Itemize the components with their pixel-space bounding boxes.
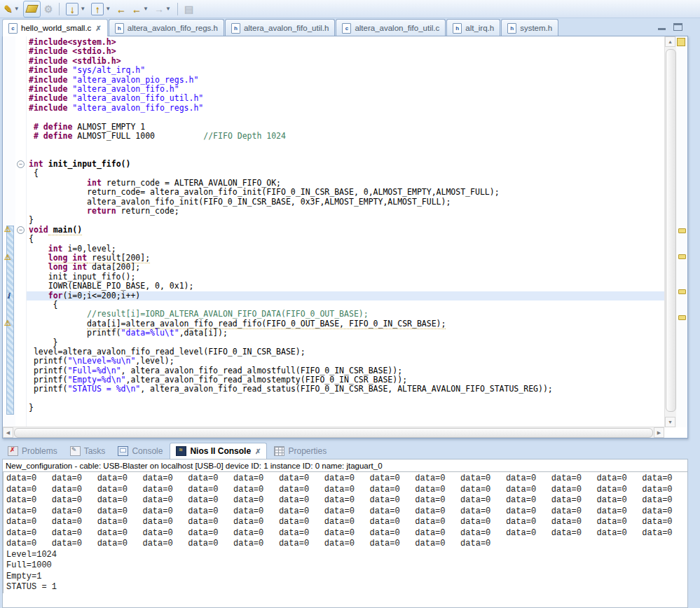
bottom-tab-nios-ii-console[interactable]: Nios II Console✗ [170, 443, 267, 459]
horizontal-scrollbar-thumb[interactable] [14, 428, 653, 438]
import-download-button-icon: ↓ [66, 3, 78, 15]
export-upload-button[interactable]: ↑▼ [89, 1, 113, 18]
warning-icon[interactable] [4, 319, 11, 327]
code-segment: } [29, 215, 34, 225]
code-segment: init_input_fifo() [43, 159, 131, 169]
code-segment: #include [29, 84, 67, 94]
editor-view-buttons [656, 22, 684, 32]
overview-warning-marker-icon[interactable] [678, 315, 686, 320]
bottom-tab-label: Problems [22, 446, 57, 456]
overview-warning-marker-icon[interactable] [678, 254, 686, 259]
editor-tab-altera-avalon-fifo-regs-h[interactable]: haltera_avalon_fifo_regs.h [109, 19, 224, 36]
dropdown-arrow-icon[interactable]: ▼ [165, 6, 171, 12]
bottom-tab-console[interactable]: Console [112, 443, 168, 459]
console-output[interactable]: data=0 data=0 data=0 data=0 data=0 data=… [3, 471, 687, 593]
code-segment: #include [29, 46, 67, 56]
dropdown-arrow-icon[interactable]: ▼ [105, 6, 111, 12]
settings-gear-button[interactable]: ⚙ [42, 1, 55, 18]
eclipse-nios-ide-window: { "toolbar": { "buttons": [ {"name":"edi… [0, 0, 700, 608]
code-segment: ,altera_avalon_fifo_read_almostempty(FIF… [125, 375, 407, 385]
code-segment: printf( [29, 366, 67, 375]
code-segment: #include [29, 37, 67, 47]
code-line: #include "altera_avalon_fifo.h" [27, 85, 664, 94]
code-line: #include "altera_avalon_pio_regs.h" [27, 76, 664, 85]
code-line: printf("\nLevel=%u\n",level); [27, 357, 664, 366]
editor-tab-label: altera_avalon_fifo_regs.h [128, 24, 218, 32]
code-segment: //FIFO Depth 1024 [203, 131, 286, 141]
close-tab-icon[interactable]: ✗ [255, 448, 261, 455]
code-segment: #include [29, 75, 67, 85]
import-download-button[interactable]: ↓▼ [64, 1, 88, 18]
code-segment [29, 319, 87, 329]
fold-collapse-icon[interactable] [17, 160, 25, 168]
code-line [27, 394, 664, 403]
console-icon [118, 446, 128, 456]
code-segment: "data=%lu\t" [121, 328, 179, 338]
code-segment: "altera_avalon_fifo_regs.h" [72, 103, 203, 113]
console-view[interactable]: New_configuration - cable: USB-Blaster o… [2, 459, 688, 608]
scroll-left-icon[interactable]: ◀ [3, 427, 13, 438]
code-segment: "altera_avalon_fifo_util.h" [72, 93, 203, 103]
dropdown-arrow-icon[interactable]: ▼ [80, 6, 85, 12]
highlighter-button[interactable] [23, 1, 41, 18]
scroll-down-icon[interactable]: ▼ [665, 417, 675, 427]
code-line: { [27, 169, 664, 178]
bottom-tab-tasks[interactable]: Tasks [64, 443, 111, 459]
editor-tab-altera-avalon-fifo-util-h[interactable]: haltera_avalon_fifo_util.h [225, 19, 335, 36]
open-console-button[interactable]: ▤ [182, 1, 195, 18]
code-segment: <stdio.h> [72, 46, 116, 56]
editor-tab-hello-world-small-c[interactable]: chello_world_small.c✗ [2, 19, 108, 36]
editor-tab-altera-avalon-fifo-util-c[interactable]: caltera_avalon_fifo_util.c [336, 19, 446, 36]
code-segment: "sys/alt_irq.h" [72, 65, 145, 75]
overview-warning-marker-icon[interactable] [678, 228, 686, 233]
folding-ruler[interactable] [15, 36, 27, 427]
bottom-tab-properties[interactable]: Properties [268, 443, 332, 459]
code-segment: , altera_avalon_fifo_read_almostfull(FIF… [121, 366, 403, 375]
close-tab-icon[interactable]: ✗ [95, 25, 101, 32]
code-segment: level=altera_avalon_fifo_read_level(FIFO… [29, 347, 306, 357]
edit-pencil-button[interactable]: ✎▼ [2, 1, 22, 18]
dropdown-arrow-icon[interactable]: ▼ [143, 6, 149, 12]
file-h-icon: h [507, 23, 516, 34]
code-segment: "STATUS = %d\n" [67, 384, 140, 394]
overview-ruler[interactable] [676, 36, 687, 427]
warning-icon[interactable] [4, 226, 11, 233]
code-line [27, 151, 664, 160]
forward-arrow-button[interactable]: →▼ [152, 1, 173, 18]
last-edit-location-button[interactable]: ←▼ [130, 1, 151, 18]
dropdown-arrow-icon[interactable]: ▼ [14, 6, 20, 12]
bottom-tab-problems[interactable]: Problems [2, 443, 63, 459]
code-segment: printf( [29, 356, 67, 366]
code-line: int i=0,level; [27, 244, 664, 254]
code-line: # define ALMOST_EMPTY 1 [27, 123, 664, 132]
code-editor[interactable]: i #include<system.h>#include <stdio.h>#i… [2, 36, 688, 438]
fold-collapse-icon[interactable] [17, 226, 25, 234]
maximize-view-icon[interactable] [672, 22, 684, 32]
code-segment: printf( [29, 375, 67, 385]
code-segment: "Full=%d\n" [67, 366, 121, 375]
editor-tab-alt-irq-h[interactable]: halt_irq.h [446, 19, 500, 36]
file-h-icon: h [115, 23, 124, 34]
toolbar-separator [59, 3, 60, 15]
code-segment: (i=0;i<=200;i++) [62, 291, 140, 300]
back-arrow-button[interactable]: ← [114, 1, 128, 18]
code-line: int init_input_fifo() [27, 160, 664, 169]
code-segment: altera_avalon_fifo_init(FIFO_0_IN_CSR_BA… [29, 197, 451, 207]
editor-tab-system-h[interactable]: hsystem.h [501, 19, 558, 36]
vertical-scrollbar[interactable]: ▲ ▼ [664, 36, 676, 427]
annotation-ruler[interactable]: i [3, 36, 15, 427]
code-segment: data[200]; [87, 262, 140, 272]
code-segment: #include [29, 56, 67, 66]
scroll-up-icon[interactable]: ▲ [665, 36, 675, 47]
overview-warning-indicator-icon[interactable] [677, 38, 685, 46]
overview-warning-marker-icon[interactable] [678, 289, 686, 294]
horizontal-scrollbar[interactable]: ◀ ▶ [3, 427, 664, 438]
scroll-right-icon[interactable]: ▶ [654, 427, 664, 438]
code-text-area[interactable]: #include<system.h>#include <stdio.h>#inc… [27, 36, 664, 427]
warning-icon[interactable] [4, 254, 11, 261]
code-line: } [27, 338, 664, 347]
minimize-view-icon[interactable] [656, 22, 668, 32]
info-icon[interactable]: i [7, 291, 10, 300]
file-c-icon: c [8, 23, 18, 34]
vertical-scrollbar-thumb[interactable] [666, 49, 676, 412]
